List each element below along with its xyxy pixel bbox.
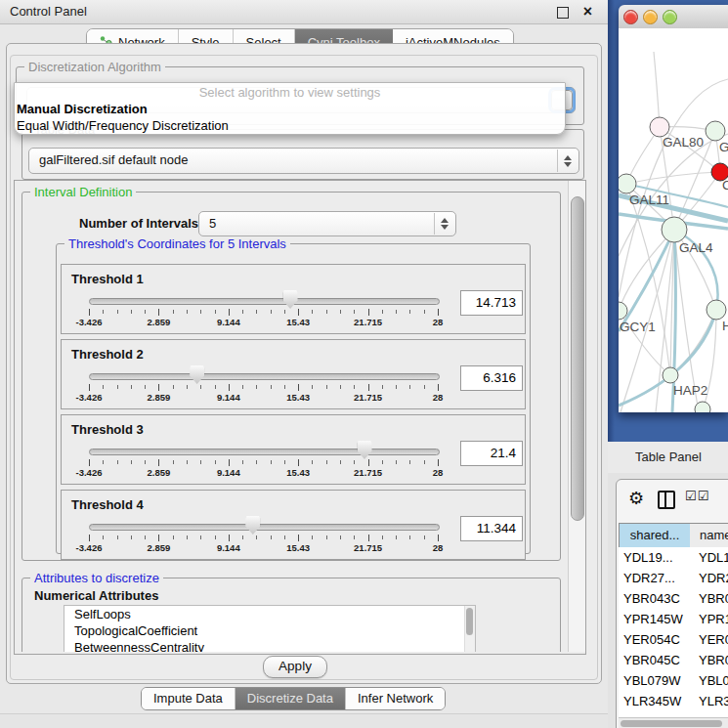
numerical-attributes-list[interactable]: SelfLoopsTopologicalCoefficientBetweenne… — [64, 605, 476, 652]
combobox-stepper-icon[interactable] — [434, 213, 454, 235]
tab-impute-data[interactable]: Impute Data — [142, 688, 236, 709]
tick-mark — [200, 310, 201, 314]
attribute-item-topologicalcoefficient[interactable]: TopologicalCoefficient — [64, 622, 475, 639]
threshold-value-field[interactable]: 21.4 — [460, 441, 523, 466]
tick-mark — [256, 535, 257, 539]
network-node-gal80[interactable] — [650, 117, 669, 137]
zoom-traffic-light-icon[interactable] — [663, 10, 677, 24]
tick-mark — [340, 535, 341, 539]
table-row[interactable]: YLR345WYLR345W — [619, 691, 728, 711]
network-node-label: GA — [719, 140, 728, 154]
network-node-gal11[interactable] — [619, 174, 636, 193]
network-node[interactable] — [707, 300, 726, 320]
table-row[interactable]: YBL079WYBL079W — [619, 670, 728, 691]
algorithm-option-manual-discretization[interactable]: Manual Discretization — [15, 101, 565, 117]
threshold-slider-thumb[interactable] — [283, 290, 298, 309]
threshold-box-3: Threshold 3-3.4262.8599.14415.4321.71528… — [61, 414, 526, 485]
slider-tick-labels: -3.4262.8599.14415.4321.71528 — [89, 467, 438, 479]
network-window-titlebar — [619, 5, 728, 29]
settings-scrollbar[interactable] — [568, 181, 585, 652]
table-data-combobox[interactable]: galFiltered.sif default node — [28, 148, 579, 174]
network-node-gal4[interactable] — [662, 217, 687, 242]
threshold-slider-thumb[interactable] — [190, 365, 204, 384]
column-header-shared-name[interactable]: shared... — [619, 523, 691, 548]
tick-label: 9.144 — [217, 542, 240, 553]
threshold-value-field[interactable]: 11.344 — [460, 516, 523, 541]
tick-mark — [271, 310, 272, 314]
tick-mark — [424, 535, 425, 539]
network-node-label: C — [722, 178, 728, 193]
threshold-label: Threshold 4 — [71, 497, 144, 512]
table-panel-titlebar: Table Panel — [608, 442, 728, 474]
table-row[interactable]: YBR043CYBR043C — [619, 588, 728, 609]
tick-mark — [340, 385, 341, 389]
network-node-label: GCY1 — [620, 320, 656, 334]
threshold-slider-track[interactable] — [89, 373, 440, 380]
table-row[interactable]: YDR27...YDR27... — [619, 568, 728, 588]
settings-scrollbar-thumb[interactable] — [571, 196, 584, 521]
column-header-name[interactable]: name — [690, 523, 728, 548]
tick-mark — [284, 385, 285, 389]
tick-mark — [368, 459, 369, 466]
table-horizontal-scrollbar[interactable] — [619, 717, 728, 728]
threshold-slider-thumb[interactable] — [358, 441, 372, 459]
close-icon[interactable]: × — [583, 1, 592, 22]
cell-shared-name: YBL079W — [623, 670, 681, 691]
network-canvas[interactable]: GAL80GAGAL11CGAL4GCY1HHAP2 — [619, 28, 728, 412]
number-of-intervals-combobox[interactable]: 5 — [198, 211, 456, 236]
tick-mark — [354, 535, 355, 539]
algorithm-popup-hint: Select algorithm to view settings — [15, 85, 565, 101]
table-row[interactable]: YPR145WYPR145W — [619, 609, 728, 629]
network-node[interactable] — [706, 121, 725, 141]
tick-mark — [158, 384, 159, 391]
threshold-value-field[interactable]: 14.713 — [460, 290, 523, 316]
attribute-item-betweennesscentrality[interactable]: BetweennessCentrality — [64, 639, 475, 652]
tick-mark — [271, 460, 272, 464]
tick-mark — [242, 460, 243, 464]
threshold-label: Threshold 2 — [71, 347, 144, 362]
threshold-slider-track[interactable] — [89, 524, 440, 531]
tick-label: 9.144 — [217, 317, 240, 327]
tick-mark — [215, 535, 216, 539]
attribute-item-selfloops[interactable]: SelfLoops — [64, 606, 475, 622]
tick-mark — [215, 310, 216, 314]
gear-icon[interactable]: ⚙ — [628, 487, 644, 510]
network-node-hap2[interactable] — [663, 367, 678, 383]
threshold-slider-track[interactable] — [89, 298, 440, 305]
table-data-combobox-value: galFiltered.sif default node — [39, 149, 188, 172]
table-row[interactable]: YER054CYER054C — [619, 629, 728, 650]
network-node[interactable] — [695, 402, 710, 412]
threshold-slider-thumb[interactable] — [245, 516, 260, 535]
tick-mark — [229, 535, 230, 541]
tab-infer-network[interactable]: Infer Network — [346, 688, 445, 709]
algorithm-option-equal-width-frequency-discretization[interactable]: Equal Width/Frequency Discretization — [15, 117, 565, 134]
restore-window-icon[interactable] — [557, 7, 569, 19]
slider-tick-labels: -3.4262.8599.14415.4321.71528 — [89, 542, 438, 554]
close-traffic-light-icon[interactable] — [623, 10, 638, 24]
network-window: GAL80GAGAL11CGAL4GCY1HHAP2 — [619, 5, 728, 412]
split-columns-icon[interactable] — [658, 491, 675, 509]
tick-mark — [284, 460, 285, 464]
threshold-value-field[interactable]: 6.316 — [460, 365, 523, 391]
table-row[interactable]: YDL19...YDL19... — [619, 547, 728, 568]
tick-mark — [200, 385, 201, 389]
interval-definition-group: Interval Definition Number of Intervals … — [21, 192, 561, 561]
tick-mark — [396, 310, 397, 314]
attribute-items: SelfLoopsTopologicalCoefficientBetweenne… — [64, 606, 475, 652]
threshold-slider-track[interactable] — [89, 449, 440, 455]
table-row[interactable]: YBR045CYBR045C — [619, 650, 728, 670]
checkboxes-icon[interactable]: ☑☑ — [685, 489, 709, 503]
apply-button[interactable]: Apply — [263, 656, 327, 678]
table-panel-inner: ⚙ ☑☑ shared... name YDL19...YDL19...YDR2… — [616, 479, 728, 728]
tick-mark — [173, 535, 174, 539]
tick-mark — [89, 459, 90, 466]
tab-discretize-data[interactable]: Discretize Data — [236, 688, 346, 709]
tick-label: -3.426 — [76, 317, 103, 327]
algorithm-dropdown-popup: Select algorithm to view settings Manual… — [14, 82, 566, 135]
minimize-traffic-light-icon[interactable] — [643, 10, 658, 24]
table-panel-body: ⚙ ☑☑ shared... name YDL19...YDL19...YDR2… — [608, 473, 728, 728]
network-edge — [626, 172, 720, 184]
cell-shared-name: YPR145W — [623, 609, 683, 629]
combobox-stepper-icon[interactable] — [557, 150, 578, 172]
attributes-scrollbar[interactable] — [464, 606, 475, 652]
